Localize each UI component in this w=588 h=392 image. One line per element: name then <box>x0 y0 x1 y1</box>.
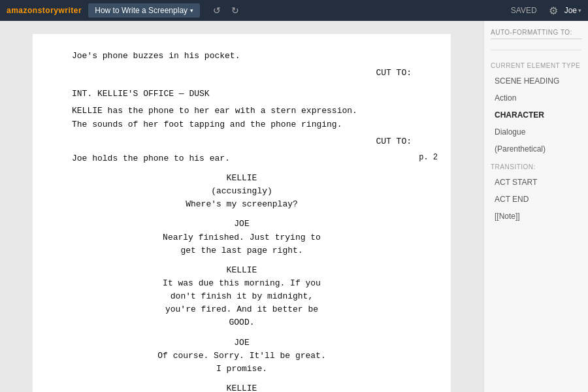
script-char-kellie-3: KELLIE <box>72 382 412 392</box>
sidebar-item-character[interactable]: CHARACTER <box>491 108 581 122</box>
sidebar-item-dialogue[interactable]: Dialogue <box>491 125 581 139</box>
sidebar-item-note[interactable]: [[Note]] <box>491 210 581 223</box>
undo-button[interactable]: ↺ <box>209 4 225 17</box>
storywriter-text: storywriter <box>38 6 82 15</box>
doc-title-button[interactable]: How to Write a Screenplay ▾ <box>88 3 200 18</box>
sidebar-divider-1 <box>491 50 581 50</box>
editor-wrap: Joe's phone buzzes in his pocket. CUT TO… <box>0 21 483 392</box>
sidebar-item-act-start[interactable]: ACT START <box>491 176 581 189</box>
script-char-joe-2: JOE <box>72 336 412 350</box>
redo-button[interactable]: ↻ <box>227 4 243 17</box>
sidebar-item-scene-heading[interactable]: SCENE HEADING <box>491 74 581 88</box>
transition-label: TRANSITION: <box>491 163 581 171</box>
auto-format-label: AUTO-FORMATTING TO: <box>491 29 581 39</box>
script-action-2: Joe holds the phone to his ear. <box>72 152 412 165</box>
main-area: Joe's phone buzzes in his pocket. CUT TO… <box>0 21 588 392</box>
sidebar-item-act-end[interactable]: ACT END <box>491 193 581 206</box>
saved-label: SAVED <box>511 6 537 15</box>
script-transition-1: CUT TO: <box>72 67 412 80</box>
sidebar-item-action[interactable]: Action <box>491 91 581 105</box>
sidebar-item-parenthetical[interactable]: (Parenthetical) <box>491 142 581 155</box>
sidebar: AUTO-FORMATTING TO: CURRENT ELEMENT TYPE… <box>483 21 588 392</box>
script-page[interactable]: Joe's phone buzzes in his pocket. CUT TO… <box>33 34 451 392</box>
doc-title-chevron: ▾ <box>190 7 193 14</box>
user-menu-button[interactable]: Joe ▾ <box>564 6 581 15</box>
toolbar-buttons: ↺ ↻ <box>209 4 243 17</box>
script-dial-4: Of course. Sorry. It'll be great.I promi… <box>140 350 344 376</box>
script-line-1: Joe's phone buzzes in his pocket. <box>72 50 412 63</box>
user-caret: ▾ <box>578 7 581 14</box>
script-paren-1: (accusingly) <box>72 185 412 198</box>
topbar: amazonstorywriter How to Write a Screenp… <box>0 0 588 21</box>
script-dial-1: Where's my screenplay? <box>140 198 344 211</box>
script-dial-3: It was due this morning. If youdon't fin… <box>140 277 344 330</box>
app-logo: amazonstorywriter <box>7 6 82 15</box>
gear-button[interactable]: ⚙ <box>549 5 558 17</box>
page-number: p. 2 <box>419 152 438 164</box>
user-name: Joe <box>564 6 577 15</box>
script-char-kellie-2: KELLIE <box>72 264 412 277</box>
current-element-label: CURRENT ELEMENT TYPE <box>491 62 581 69</box>
script-char-kellie-1: KELLIE <box>72 172 412 185</box>
script-scene-1: INT. KELLIE'S OFFICE — DUSK <box>72 88 412 101</box>
script-transition-2: CUT TO: <box>72 135 412 148</box>
doc-title-label: How to Write a Screenplay <box>95 6 188 15</box>
amazon-text: amazon <box>7 6 38 15</box>
script-action-1: KELLIE has the phone to her ear with a s… <box>72 105 412 131</box>
script-dial-2: Nearly finished. Just trying toget the l… <box>140 231 344 257</box>
script-char-joe-1: JOE <box>72 218 412 231</box>
